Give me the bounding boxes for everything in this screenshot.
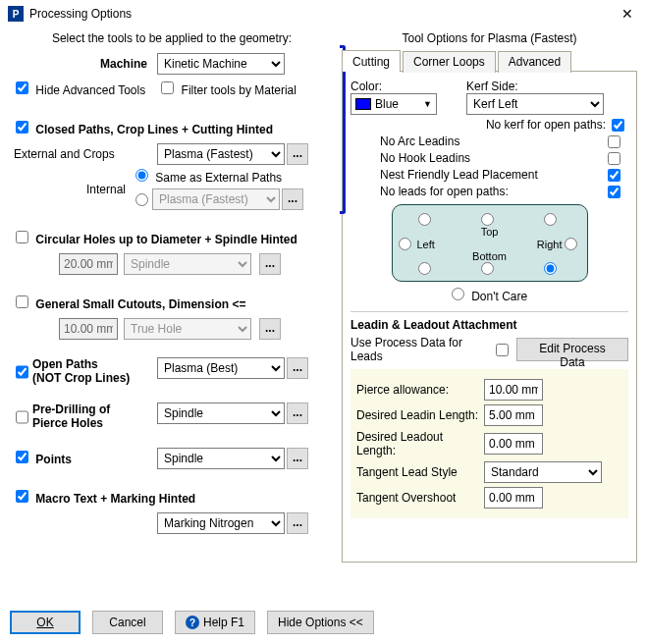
no-hook-check[interactable] [608,152,620,165]
small-dimension-input [59,318,118,340]
nest-friendly-label: Nest Friendly Lead Placement [380,168,538,182]
macro-tool-select[interactable]: Marking Nitrogen [157,512,285,534]
tangent-over-label: Tangent Overshoot [356,491,484,505]
kerf-side-select[interactable]: Kerf Left [466,93,604,115]
pos-right-label: Right [537,239,563,250]
open-paths-check[interactable]: Open Paths(NOT Crop Lines) [16,357,157,385]
color-select[interactable]: Blue ▼ [350,93,437,115]
close-icon[interactable]: ✕ [616,6,639,22]
leadin-section-title: Leadin & Leadout Attachment [350,318,628,332]
hide-options-button[interactable]: Hide Options << [267,611,374,634]
predrill-tool-select[interactable]: Spindle [157,402,285,424]
tangent-over-input[interactable] [484,487,543,509]
internal-alt-radio[interactable] [135,193,148,206]
pierce-input[interactable] [484,379,543,401]
tangent-style-label: Tangent Lead Style [356,465,484,479]
help-button[interactable]: ? Help F1 [175,611,255,634]
pos-bl-radio[interactable] [418,262,431,275]
no-leads-open-label: No leads for open paths: [380,185,509,198]
macro-more-button[interactable]: ... [287,512,308,534]
window-title: Processing Options [29,7,616,21]
leadout-len-label: Desired Leadout Length: [356,430,484,457]
circular-more-button[interactable]: ... [259,253,281,275]
color-label: Color: [350,80,437,93]
nest-friendly-check[interactable] [608,169,620,182]
tangent-style-select[interactable]: Standard [484,461,602,483]
closed-paths-check[interactable]: Closed Paths, Crop Lines + Cutting Hinte… [16,121,273,136]
internal-label: Internal [10,183,135,196]
pos-t-radio[interactable] [481,213,494,226]
filter-material-check[interactable]: Filter tools by Material [161,81,297,97]
no-arc-check[interactable] [608,135,620,148]
dont-care-radio[interactable]: Don't Care [452,290,527,303]
points-tool-select[interactable]: Spindle [157,448,285,469]
circular-tool-select: Spindle [124,253,251,275]
pos-b-radio[interactable] [481,262,494,275]
ok-button[interactable]: OK [10,611,81,634]
small-tool-select: True Hole [124,318,251,340]
app-icon: P [8,6,24,22]
no-kerf-open-label: No kerf for open paths: [486,118,606,132]
use-process-label: Use Process Data for Leads [350,336,492,363]
machine-select[interactable]: Kinetic Machine [157,53,285,75]
help-icon: ? [186,616,199,629]
tab-cutting[interactable]: Cutting [342,50,401,72]
no-leads-open-check[interactable] [608,186,620,198]
no-arc-label: No Arc Leadins [380,134,459,148]
pos-tr-radio[interactable] [544,213,557,226]
circular-diameter-input [59,253,118,275]
pos-r-radio[interactable] [565,238,577,250]
pos-left-label: Left [417,239,435,250]
macro-text-check[interactable]: Macro Text + Marking Hinted [16,490,195,506]
leadout-len-input[interactable] [484,433,543,455]
leadin-len-input[interactable] [484,404,543,426]
chevron-down-icon: ▼ [423,99,432,109]
machine-label: Machine [10,57,157,71]
pos-br-radio[interactable] [544,262,557,275]
pos-bottom-label: Bottom [399,250,581,262]
internal-same-radio[interactable]: Same as External Paths [135,169,303,185]
kerf-label: Kerf Side: [466,80,628,93]
open-tool-select[interactable]: Plasma (Best) [157,357,285,379]
instruction-text: Select the tools to be applied to the ge… [10,31,334,45]
circular-holes-check[interactable]: Circular Holes up to Diameter + Spindle … [16,231,297,246]
pierce-label: Pierce allowance: [356,383,484,397]
points-check[interactable]: Points [16,451,157,466]
tool-options-title: Tool Options for Plasma (Fastest) [342,31,637,45]
color-swatch-icon [355,98,371,110]
pos-top-label: Top [399,226,581,238]
small-more-button[interactable]: ... [259,318,281,340]
no-hook-label: No Hook Leadins [380,151,470,165]
points-more-button[interactable]: ... [287,448,308,469]
small-cutouts-check[interactable]: General Small Cutouts, Dimension <= [16,295,245,311]
no-kerf-open-check[interactable] [612,119,624,132]
internal-tool-select: Plasma (Fastest) [152,188,280,210]
predrill-more-button[interactable]: ... [287,402,308,424]
cancel-button[interactable]: Cancel [92,611,163,634]
external-tool-select[interactable]: Plasma (Fastest) [157,143,285,165]
tab-corner-loops[interactable]: Corner Loops [403,51,496,73]
edit-process-button[interactable]: Edit Process Data [516,338,628,361]
use-process-check[interactable] [496,344,509,356]
pos-l-radio[interactable] [399,238,411,250]
hide-advanced-check[interactable]: Hide Advanced Tools [16,81,145,97]
external-more-button[interactable]: ... [287,143,308,165]
open-more-button[interactable]: ... [287,357,308,379]
external-label: External and Crops [10,147,157,161]
pos-tl-radio[interactable] [418,213,431,226]
predrill-check[interactable]: Pre-Drilling ofPierce Holes [16,402,157,430]
leadin-len-label: Desired Leadin Length: [356,408,484,422]
tab-advanced[interactable]: Advanced [498,51,571,73]
internal-more-button[interactable]: ... [282,188,303,210]
lead-position-box: Top Left Right Bottom [392,204,588,282]
